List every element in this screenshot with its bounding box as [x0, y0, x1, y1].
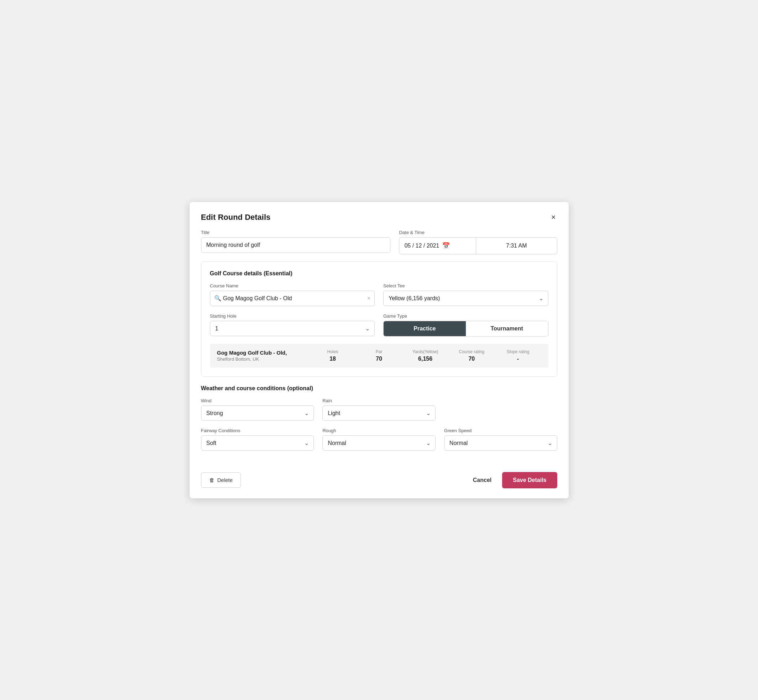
course-tee-row: Course Name 🔍 × Select Tee Yellow (6,156…: [210, 283, 548, 306]
trash-icon: 🗑: [209, 477, 215, 483]
weather-section-title: Weather and course conditions (optional): [201, 385, 557, 392]
course-info-box: Gog Magog Golf Club - Old, Shelford Bott…: [210, 344, 548, 368]
tournament-button[interactable]: Tournament: [466, 321, 548, 336]
modal-header: Edit Round Details ×: [190, 202, 568, 230]
weather-section: Weather and course conditions (optional)…: [201, 385, 557, 451]
modal-footer: 🗑 Delete Cancel Save Details: [190, 466, 568, 498]
date-part[interactable]: 05 / 12 / 2021 📅: [399, 238, 476, 254]
datetime-label: Date & Time: [399, 230, 557, 235]
par-stat: Par 70: [356, 349, 402, 362]
green-speed-wrapper: Slow Normal Fast ⌄: [444, 435, 557, 451]
starting-hole-wrapper: 1 2 10 ⌄: [210, 321, 375, 336]
holes-stat: Holes 18: [310, 349, 356, 362]
fairway-label: Fairway Conditions: [201, 428, 314, 433]
course-search-input[interactable]: [210, 291, 375, 306]
spacer: [444, 398, 557, 421]
cancel-button[interactable]: Cancel: [469, 473, 495, 488]
course-name-group: Course Name 🔍 ×: [210, 283, 375, 306]
slope-rating-label: Slope rating: [495, 349, 541, 354]
clear-icon[interactable]: ×: [367, 295, 370, 302]
title-datetime-row: Title Date & Time 05 / 12 / 2021 📅 7:31 …: [201, 230, 557, 254]
course-rating-label: Course rating: [448, 349, 495, 354]
starting-hole-group: Starting Hole 1 2 10 ⌄: [210, 313, 375, 336]
select-tee-dropdown[interactable]: Yellow (6,156 yards) White Red Blue: [383, 291, 548, 306]
game-type-label: Game Type: [383, 313, 548, 319]
rain-dropdown[interactable]: None Light Moderate Heavy: [323, 405, 435, 421]
rough-label: Rough: [323, 428, 435, 433]
rain-label: Rain: [323, 398, 435, 403]
rain-group: Rain None Light Moderate Heavy ⌄: [323, 398, 435, 421]
delete-button[interactable]: 🗑 Delete: [201, 472, 241, 488]
course-search-wrapper: 🔍 ×: [210, 291, 375, 306]
yards-stat: Yards(Yellow) 6,156: [402, 349, 448, 362]
rough-dropdown[interactable]: Soft Normal Hard: [323, 435, 435, 451]
rough-wrapper: Soft Normal Hard ⌄: [323, 435, 435, 451]
time-part[interactable]: 7:31 AM: [476, 238, 557, 254]
course-location: Shelford Bottom, UK: [217, 356, 310, 362]
close-button[interactable]: ×: [550, 212, 557, 223]
course-rating-stat: Course rating 70: [448, 349, 495, 362]
holes-value: 18: [310, 356, 356, 362]
date-time-row: 05 / 12 / 2021 📅 7:31 AM: [399, 237, 557, 254]
starting-hole-label: Starting Hole: [210, 313, 375, 319]
select-tee-wrapper: Yellow (6,156 yards) White Red Blue ⌄: [383, 291, 548, 306]
yards-label: Yards(Yellow): [402, 349, 448, 354]
time-value: 7:31 AM: [506, 242, 527, 249]
save-button[interactable]: Save Details: [502, 472, 557, 488]
wind-group: Wind None Light Moderate Strong ⌄: [201, 398, 314, 421]
practice-button[interactable]: Practice: [384, 321, 466, 336]
hole-gametype-row: Starting Hole 1 2 10 ⌄ Game Type Practic…: [210, 313, 548, 336]
wind-dropdown[interactable]: None Light Moderate Strong: [201, 405, 314, 421]
course-info-name: Gog Magog Golf Club - Old, Shelford Bott…: [217, 350, 310, 362]
datetime-field-group: Date & Time 05 / 12 / 2021 📅 7:31 AM: [399, 230, 557, 254]
holes-label: Holes: [310, 349, 356, 354]
slope-rating-stat: Slope rating -: [495, 349, 541, 362]
green-speed-dropdown[interactable]: Slow Normal Fast: [444, 435, 557, 451]
wind-wrapper: None Light Moderate Strong ⌄: [201, 405, 314, 421]
green-speed-label: Green Speed: [444, 428, 557, 433]
course-name-label: Course Name: [210, 283, 375, 289]
course-rating-value: 70: [448, 356, 495, 362]
rain-wrapper: None Light Moderate Heavy ⌄: [323, 405, 435, 421]
title-field-group: Title: [201, 230, 391, 254]
starting-hole-dropdown[interactable]: 1 2 10: [210, 321, 375, 336]
modal-title: Edit Round Details: [201, 213, 271, 222]
course-name-bold: Gog Magog Golf Club - Old,: [217, 350, 310, 356]
select-tee-label: Select Tee: [383, 283, 548, 289]
date-value: 05 / 12 / 2021: [404, 242, 439, 249]
calendar-icon: 📅: [442, 242, 450, 250]
game-type-toggle: Practice Tournament: [383, 321, 548, 336]
title-label: Title: [201, 230, 391, 235]
fairway-wrapper: Soft Normal Hard ⌄: [201, 435, 314, 451]
par-label: Par: [356, 349, 402, 354]
footer-right: Cancel Save Details: [469, 472, 557, 488]
edit-round-modal: Edit Round Details × Title Date & Time 0…: [190, 202, 568, 498]
fairway-rough-green-row: Fairway Conditions Soft Normal Hard ⌄ Ro…: [201, 428, 557, 451]
wind-label: Wind: [201, 398, 314, 403]
select-tee-group: Select Tee Yellow (6,156 yards) White Re…: [383, 283, 548, 306]
game-type-group: Game Type Practice Tournament: [383, 313, 548, 336]
green-speed-group: Green Speed Slow Normal Fast ⌄: [444, 428, 557, 451]
modal-body: Title Date & Time 05 / 12 / 2021 📅 7:31 …: [190, 230, 568, 466]
delete-label: Delete: [218, 477, 233, 483]
search-icon: 🔍: [214, 295, 221, 302]
fairway-dropdown[interactable]: Soft Normal Hard: [201, 435, 314, 451]
wind-rain-row: Wind None Light Moderate Strong ⌄ Rain: [201, 398, 557, 421]
golf-course-title: Golf Course details (Essential): [210, 270, 548, 277]
golf-course-section: Golf Course details (Essential) Course N…: [201, 261, 557, 377]
par-value: 70: [356, 356, 402, 362]
rough-group: Rough Soft Normal Hard ⌄: [323, 428, 435, 451]
fairway-group: Fairway Conditions Soft Normal Hard ⌄: [201, 428, 314, 451]
slope-rating-value: -: [495, 356, 541, 362]
yards-value: 6,156: [402, 356, 448, 362]
title-input[interactable]: [201, 237, 391, 253]
